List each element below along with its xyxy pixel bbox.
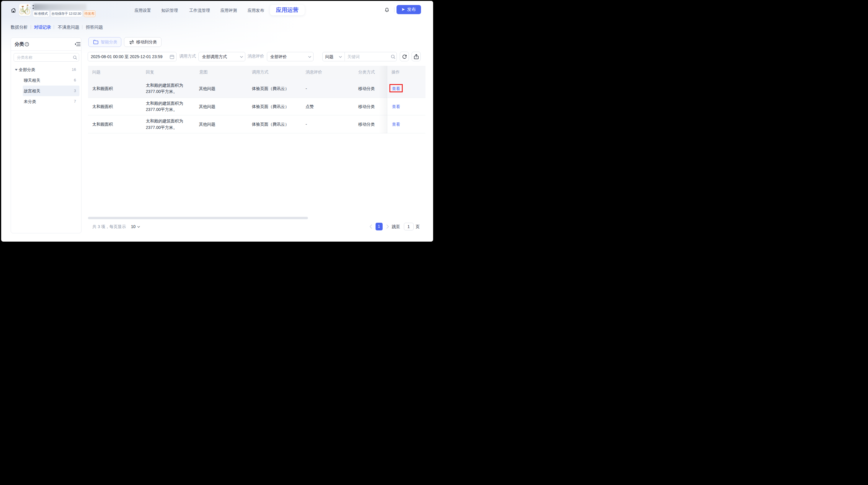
svg-text:?: ? bbox=[26, 43, 27, 46]
